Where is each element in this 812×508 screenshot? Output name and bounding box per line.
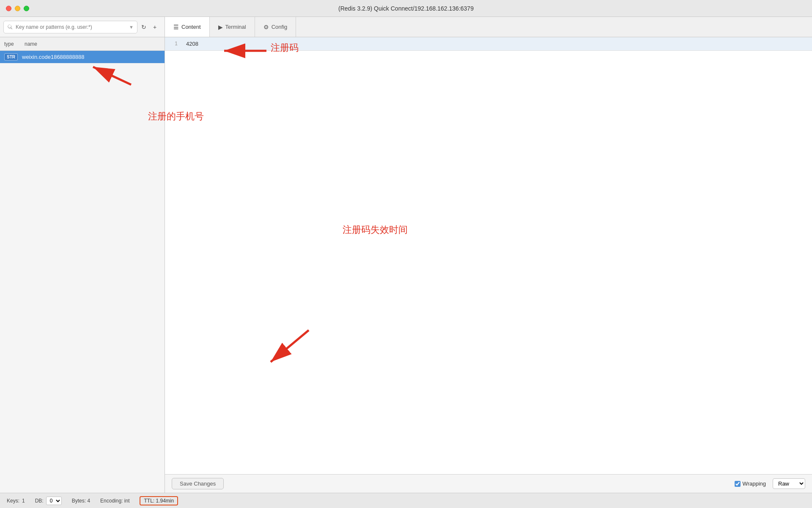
- db-select[interactable]: 0: [46, 497, 62, 505]
- tab-content[interactable]: ☰ Content: [165, 17, 210, 37]
- search-input[interactable]: [16, 24, 129, 30]
- tab-terminal[interactable]: ▶ Terminal: [210, 17, 255, 37]
- tab-terminal-label: Terminal: [225, 24, 246, 30]
- minimize-button[interactable]: [15, 6, 20, 11]
- col-type-header: type: [4, 41, 25, 47]
- search-wrapper: ▼: [3, 21, 137, 33]
- content-icon: ☰: [173, 24, 179, 30]
- statusbar: Keys: 1 DB: 0 Bytes: 4 Encoding: int TTL…: [0, 493, 812, 508]
- sidebar: ▼ ↻ + type name STR weixin.code186888888…: [0, 17, 165, 493]
- save-changes-button[interactable]: Save Changes: [172, 478, 224, 489]
- wrapping-checkbox[interactable]: [735, 481, 741, 487]
- encoding-status: Encoding: int: [100, 498, 129, 504]
- ttl-badge: TTL: 1.94min: [140, 496, 178, 505]
- bytes-status: Bytes: 4: [72, 498, 90, 504]
- sidebar-toolbar: ↻ +: [137, 22, 161, 32]
- search-bar: ▼ ↻ +: [0, 17, 165, 37]
- content-tabs: ☰ Content ▶ Terminal ⚙ Config: [165, 17, 812, 37]
- key-name: weixin.code18688888888: [22, 54, 84, 60]
- tab-content-label: Content: [181, 24, 201, 30]
- db-status: DB: 0: [35, 497, 62, 505]
- search-dropdown-arrow[interactable]: ▼: [129, 25, 134, 30]
- row-number: 1: [165, 39, 182, 48]
- content-area: ☰ Content ▶ Terminal ⚙ Config 1 4208 Sav…: [165, 17, 812, 493]
- wrapping-label: Wrapping: [735, 480, 766, 487]
- db-label: DB:: [35, 498, 44, 504]
- key-type-badge: STR: [4, 53, 18, 61]
- key-list-header: type name: [0, 37, 165, 51]
- keys-status: Keys: 1: [7, 498, 25, 504]
- tab-config[interactable]: ⚙ Config: [255, 17, 296, 37]
- titlebar: (Redis 3.2.9) Quick Connect/192.168.162.…: [0, 0, 812, 17]
- key-item[interactable]: STR weixin.code18688888888: [0, 51, 165, 64]
- row-value[interactable]: 4208: [182, 39, 812, 49]
- key-list: STR weixin.code18688888888: [0, 51, 165, 493]
- col-name-header: name: [25, 41, 160, 47]
- add-key-button[interactable]: +: [150, 22, 159, 32]
- close-button[interactable]: [6, 6, 11, 11]
- traffic-lights: [6, 6, 29, 11]
- refresh-button[interactable]: ↻: [139, 22, 148, 32]
- value-area: 1 4208: [165, 37, 812, 474]
- format-select[interactable]: Raw: [773, 478, 805, 489]
- wrapping-text: Wrapping: [743, 480, 766, 487]
- keys-label: Keys:: [7, 498, 19, 504]
- search-icon: [7, 24, 13, 30]
- keys-count: 1: [22, 498, 25, 504]
- bottom-toolbar: Save Changes Wrapping Raw: [165, 474, 812, 493]
- window-title: (Redis 3.2.9) Quick Connect/192.168.162.…: [338, 5, 474, 12]
- tab-config-label: Config: [272, 24, 288, 30]
- value-row: 1 4208: [165, 37, 812, 51]
- config-icon: ⚙: [263, 24, 269, 30]
- maximize-button[interactable]: [24, 6, 29, 11]
- main-container: ▼ ↻ + type name STR weixin.code186888888…: [0, 17, 812, 493]
- terminal-icon: ▶: [218, 24, 223, 30]
